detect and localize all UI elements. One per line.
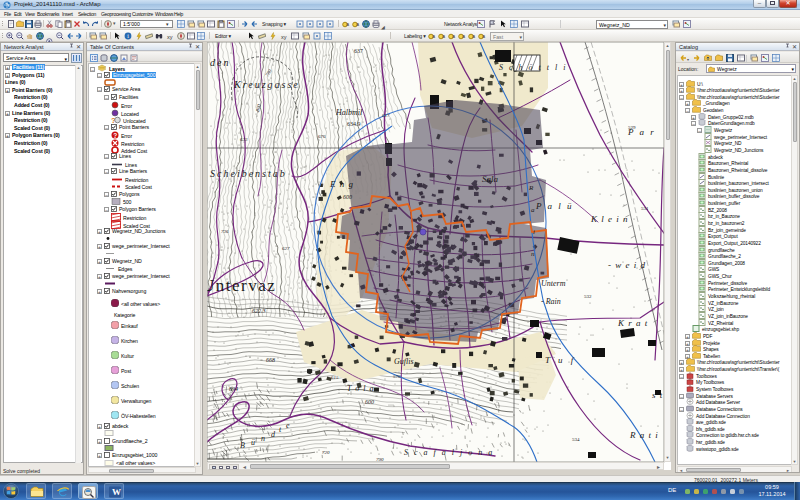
svg-text:- w e i d: - w e i d — [608, 260, 646, 270]
svg-text:K r a t: K r a t — [617, 318, 648, 328]
svg-text:P a l ü: P a l ü — [535, 201, 574, 211]
svg-text:xy: xy — [281, 34, 287, 40]
svg-text:668: 668 — [266, 357, 275, 363]
svg-text:Kreuzgasse: Kreuzgasse — [233, 79, 300, 90]
svg-text:a: a — [356, 21, 359, 27]
svg-text:S c a f a l j o n a: S c a f a l j o n a — [404, 448, 494, 457]
svg-text:531: 531 — [641, 206, 649, 211]
svg-text:a: a — [472, 33, 475, 39]
svg-text:600: 600 — [343, 194, 352, 200]
svg-text:627: 627 — [282, 246, 290, 251]
svg-text:617: 617 — [382, 113, 390, 118]
svg-text:Halbmil: Halbmil — [335, 108, 363, 117]
svg-text:R a t i: R a t i — [629, 430, 659, 440]
svg-text:T o l a: T o l a — [347, 384, 375, 393]
svg-text:ü: ü — [251, 438, 255, 447]
svg-text:615: 615 — [331, 375, 339, 380]
svg-text:K l e i n: K l e i n — [590, 214, 629, 224]
svg-text:E n g: E n g — [329, 179, 354, 189]
svg-text:637: 637 — [354, 48, 363, 54]
svg-text:622.3: 622.3 — [252, 308, 266, 314]
svg-text:den: den — [210, 57, 230, 68]
svg-text:n: n — [531, 250, 535, 258]
svg-text:Untervaz: Untervaz — [207, 276, 276, 295]
svg-text:a: a — [442, 33, 445, 39]
svg-text:600: 600 — [365, 399, 374, 405]
svg-text:736: 736 — [221, 229, 229, 234]
svg-text:a: a — [452, 33, 455, 39]
svg-text:T u f: T u f — [545, 355, 576, 365]
svg-text:xy: xy — [167, 34, 173, 40]
svg-text:W: W — [112, 487, 121, 497]
svg-text:s t: s t — [652, 390, 663, 400]
svg-text:532: 532 — [584, 294, 592, 299]
svg-text:534: 534 — [572, 437, 580, 442]
svg-text:a: a — [482, 33, 485, 39]
svg-text:a: a — [531, 206, 535, 214]
svg-text:a: a — [346, 21, 349, 27]
svg-text:Scheibenstab: Scheibenstab — [210, 168, 287, 179]
svg-text:529: 529 — [628, 125, 636, 130]
svg-text:B: B — [240, 441, 245, 450]
svg-text:694: 694 — [229, 386, 238, 392]
svg-text:R: R — [528, 184, 534, 192]
svg-text:- Rain: - Rain — [541, 297, 561, 306]
svg-text:676: 676 — [318, 134, 326, 139]
svg-text:a: a — [462, 33, 465, 39]
svg-text:Unterm: Unterm — [541, 279, 566, 288]
svg-text:e: e — [286, 421, 290, 430]
svg-text:Guflis: Guflis — [394, 357, 414, 366]
svg-text:a: a — [432, 33, 435, 39]
svg-text:633: 633 — [240, 137, 248, 142]
svg-text:634.9: 634.9 — [347, 121, 361, 127]
svg-text:570: 570 — [393, 374, 401, 379]
svg-text:i: i — [533, 228, 535, 236]
svg-text:n: n — [261, 434, 265, 443]
svg-text:S c h ö t t l i: S c h ö t t l i — [499, 63, 567, 72]
svg-text:720: 720 — [322, 450, 330, 455]
svg-text:Sala: Sala — [482, 174, 499, 184]
